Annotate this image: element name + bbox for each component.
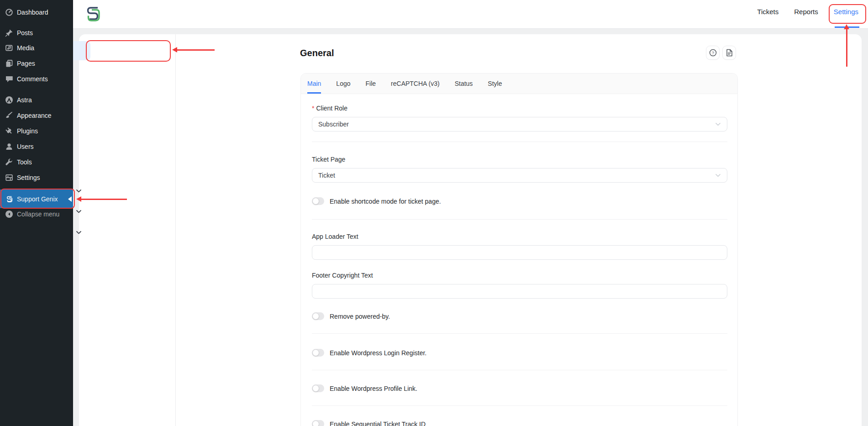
wp-login-toggle-label: Enable Wordpress Login Register. <box>330 349 426 357</box>
ticket-page-label: Ticket Page <box>312 156 726 163</box>
nav-tickets[interactable]: Tickets <box>757 8 779 16</box>
sequential-id-toggle-row: Enable Sequential Ticket Track ID <box>312 420 726 426</box>
shortcode-toggle-row: Enable shortcode mode for ticket page. <box>312 197 726 205</box>
submenu-arrow-icon <box>68 196 72 202</box>
footer-copyright-label: Footer Copyright Text <box>312 272 726 279</box>
pin-icon <box>5 29 13 37</box>
support-genix-icon <box>5 195 13 203</box>
shortcode-toggle-label: Enable shortcode mode for ticket page. <box>330 198 441 205</box>
tab-status[interactable]: Status <box>455 74 473 94</box>
svg-text:?: ? <box>711 50 714 55</box>
wrench-icon <box>5 158 13 166</box>
dashboard-icon <box>5 8 13 16</box>
required-marker: * <box>312 105 314 112</box>
comment-icon <box>5 75 13 83</box>
brush-icon <box>5 111 13 120</box>
sequential-id-toggle-label: Enable Sequential Ticket Track ID <box>330 421 426 426</box>
settings-active-indicator <box>835 26 859 28</box>
sidebar-item-posts[interactable]: Posts <box>0 26 73 40</box>
help-button[interactable]: ? <box>706 46 720 60</box>
divider <box>312 333 727 334</box>
wp-admin-sidebar: Dashboard Posts Media Pages Comments Ast <box>0 0 73 426</box>
support-genix-settings-page: Dashboard Posts Media Pages Comments Ast <box>0 0 868 426</box>
sidebar-item-astra[interactable]: Astra <box>0 93 73 107</box>
wp-profile-link-toggle[interactable] <box>312 384 324 392</box>
page-title: General <box>300 48 334 58</box>
plugin-header: Tickets Reports Settings <box>73 0 868 29</box>
question-icon: ? <box>709 49 717 57</box>
sliders-icon <box>5 174 13 182</box>
chevron-down-icon <box>715 174 721 177</box>
pages-icon <box>5 59 13 68</box>
client-role-label: *Client Role <box>312 105 726 112</box>
collapse-icon <box>5 210 13 218</box>
chevron-down-icon <box>76 189 81 193</box>
ticket-page-select[interactable]: Ticket <box>312 168 727 183</box>
plug-icon <box>5 127 13 135</box>
sidebar-item-plugins[interactable]: Plugins <box>0 124 73 138</box>
divider <box>312 219 727 220</box>
sidebar-item-dashboard[interactable]: Dashboard <box>0 5 73 19</box>
divider <box>312 405 727 406</box>
divider <box>312 142 727 142</box>
remove-powered-by-toggle[interactable] <box>312 312 324 320</box>
divider <box>312 370 727 370</box>
sequential-track-id-toggle[interactable] <box>312 420 324 426</box>
support-genix-logo[interactable] <box>84 5 102 23</box>
tab-logo[interactable]: Logo <box>336 74 350 94</box>
sidebar-item-collapse-menu[interactable]: Collapse menu <box>0 207 73 221</box>
wp-profile-toggle-row: Enable Wordpress Profile Link. <box>312 384 726 392</box>
tab-recaptcha[interactable]: reCAPTCHA (v3) <box>391 74 440 94</box>
chevron-down-icon <box>76 231 81 234</box>
top-nav: Tickets Reports Settings <box>757 0 858 23</box>
astra-icon <box>5 96 13 104</box>
chevron-down-icon <box>76 210 81 213</box>
user-icon <box>5 142 13 151</box>
documentation-button[interactable] <box>722 46 736 60</box>
app-loader-input[interactable] <box>312 245 727 260</box>
wp-login-toggle-row: Enable Wordpress Login Register. <box>312 349 726 357</box>
sidebar-item-support-genix[interactable]: Support Genix <box>0 189 73 208</box>
document-icon <box>726 49 733 57</box>
nav-settings[interactable]: Settings <box>834 8 858 16</box>
powered-by-toggle-row: Remove powered-by. <box>312 312 726 320</box>
settings-menu-column <box>79 34 176 426</box>
powered-by-toggle-label: Remove powered-by. <box>330 313 390 320</box>
sidebar-item-pages[interactable]: Pages <box>0 57 73 70</box>
app-loader-label: App Loader Text <box>312 233 726 240</box>
footer-copyright-input[interactable] <box>312 284 727 299</box>
tab-style[interactable]: Style <box>488 74 502 94</box>
shortcode-mode-toggle[interactable] <box>312 197 324 205</box>
wp-login-register-toggle[interactable] <box>312 349 324 357</box>
tab-file[interactable]: File <box>366 74 376 94</box>
sidebar-item-users[interactable]: Users <box>0 140 73 153</box>
chevron-down-icon <box>715 122 721 126</box>
nav-reports[interactable]: Reports <box>794 8 818 16</box>
sidebar-item-appearance[interactable]: Appearance <box>0 109 73 122</box>
sidebar-item-settings[interactable]: Settings <box>0 171 73 184</box>
client-role-select[interactable]: Subscriber <box>312 117 727 131</box>
tab-content: *Client Role Subscriber Ticket Page Tick… <box>301 105 737 426</box>
tab-main[interactable]: Main <box>307 74 321 94</box>
sidebar-item-tools[interactable]: Tools <box>0 155 73 169</box>
sidebar-item-comments[interactable]: Comments <box>0 72 73 86</box>
media-icon <box>5 44 13 52</box>
settings-tabs-card: Main Logo File reCAPTCHA (v3) Status Sty… <box>300 73 738 426</box>
wp-profile-toggle-label: Enable Wordpress Profile Link. <box>330 385 417 392</box>
tab-strip: Main Logo File reCAPTCHA (v3) Status Sty… <box>301 74 737 94</box>
sidebar-item-media[interactable]: Media <box>0 41 73 55</box>
